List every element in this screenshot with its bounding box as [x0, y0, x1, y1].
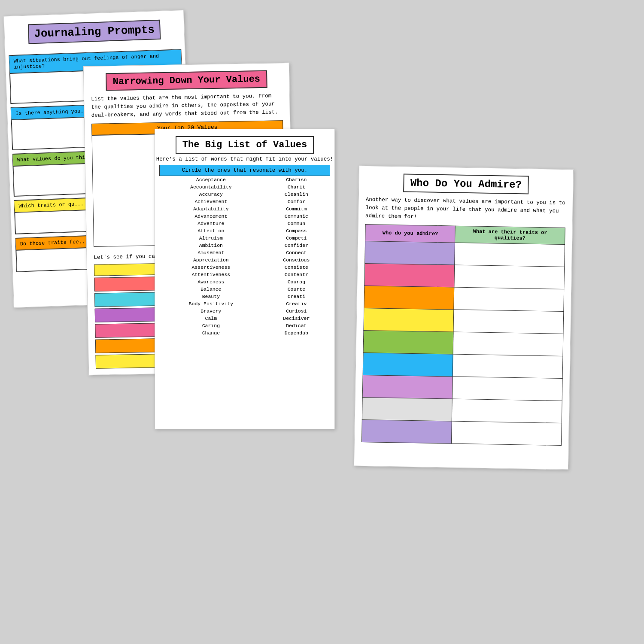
- admire-row-4-traits: [453, 332, 563, 356]
- admire-row-8-person: [361, 420, 452, 444]
- values-col1-cell: Calm: [159, 315, 263, 322]
- values-col2-cell: Charisn: [263, 176, 330, 183]
- narrowing-title: Narrowing Down Your Values: [106, 70, 267, 91]
- admire-row-1-person: [365, 264, 455, 288]
- values-col1-cell: Adaptability: [159, 205, 263, 213]
- admire-row-6-person: [362, 375, 453, 399]
- values-table: AcceptanceCharisnAccountabilityCharitAcc…: [159, 176, 330, 337]
- values-col1-cell: Achievement: [159, 198, 263, 205]
- values-col2-cell: Commitm: [263, 205, 330, 213]
- values-col2-cell: Courag: [263, 278, 330, 286]
- journaling-title: Journaling Prompts: [28, 20, 161, 44]
- values-col1-cell: Ambition: [159, 242, 263, 249]
- values-col1-cell: Accuracy: [159, 191, 263, 198]
- admire-col2-header: What are their traits or qualities?: [455, 226, 565, 244]
- values-col1-cell: Acceptance: [159, 176, 263, 183]
- values-col1-cell: Body Positivity: [159, 300, 263, 307]
- values-col2-cell: Dependab: [263, 329, 330, 337]
- admire-row-8-traits: [452, 421, 562, 445]
- narrowing-body: List the values that are the most import…: [91, 92, 283, 119]
- admire-row-0-traits: [455, 243, 565, 267]
- values-col2-cell: Creativ: [263, 300, 330, 307]
- values-col1-cell: Awareness: [159, 278, 263, 286]
- values-col1-cell: Appreciation: [159, 256, 263, 264]
- admire-row-0-person: [365, 241, 455, 265]
- admire-row-6-traits: [452, 377, 562, 401]
- admire-row-3-person: [364, 308, 454, 332]
- values-col2-cell: Cleanlin: [263, 191, 330, 198]
- admire-row-7-person: [362, 398, 452, 422]
- admire-page: Who Do You Admire? Another way to discov…: [354, 166, 574, 470]
- values-col1-cell: Caring: [159, 322, 263, 329]
- values-col1-cell: Attentiveness: [159, 271, 263, 278]
- values-col1-cell: Balance: [159, 286, 263, 293]
- values-col1-cell: Bravery: [159, 307, 263, 315]
- values-col2-cell: Charit: [263, 183, 330, 191]
- admire-row-3-traits: [453, 310, 564, 334]
- values-col2-cell: Curiosi: [263, 307, 330, 315]
- values-col2-cell: Confider: [263, 242, 330, 249]
- biglist-page: The Big List of Values Here's a list of …: [155, 129, 335, 429]
- admire-row-2-person: [364, 286, 454, 310]
- values-col1-cell: Accountability: [159, 183, 263, 191]
- values-col1-cell: Altruism: [159, 234, 263, 242]
- admire-row-4-person: [363, 331, 453, 355]
- values-col2-cell: Comfor: [263, 198, 330, 205]
- values-col2-cell: Creati: [263, 293, 330, 300]
- values-col2-cell: Contentr: [263, 271, 330, 278]
- circle-bar: Circle the ones that resonate with you.: [159, 165, 330, 176]
- values-col1-cell: Change: [159, 329, 263, 337]
- values-col1-cell: Assertiveness: [159, 264, 263, 271]
- values-col2-cell: Dedicat: [263, 322, 330, 329]
- admire-table: Who do you admire? What are their traits…: [361, 224, 565, 446]
- biglist-subtitle: Here's a list of words that might fit in…: [155, 156, 334, 162]
- admire-body: Another way to discover what values are …: [365, 196, 566, 223]
- values-col2-cell: Competi: [263, 234, 330, 242]
- values-col1-cell: Affection: [159, 227, 263, 234]
- values-col1-cell: Advancement: [159, 213, 263, 220]
- values-col2-cell: Communic: [263, 213, 330, 220]
- admire-row-1-traits: [454, 265, 565, 289]
- admire-row-5-person: [363, 353, 453, 377]
- values-col2-cell: Compass: [263, 227, 330, 234]
- values-col2-cell: Consiste: [263, 264, 330, 271]
- values-col2-cell: Decisiver: [263, 315, 330, 322]
- values-col1-cell: Beauty: [159, 293, 263, 300]
- admire-row-7-traits: [452, 399, 562, 423]
- admire-title: Who Do You Admire?: [403, 174, 529, 194]
- biglist-title: The Big List of Values: [176, 136, 314, 154]
- admire-row-2-traits: [454, 287, 564, 311]
- values-col1-cell: Adventure: [159, 220, 263, 227]
- admire-row-5-traits: [453, 354, 563, 378]
- admire-col1-header: Who do you admire?: [365, 225, 456, 243]
- values-col2-cell: Courte: [263, 286, 330, 293]
- values-col2-cell: Conscious: [263, 256, 330, 264]
- values-col2-cell: Connect: [263, 249, 330, 256]
- values-col1-cell: Amusement: [159, 249, 263, 256]
- values-col2-cell: Commun: [263, 220, 330, 227]
